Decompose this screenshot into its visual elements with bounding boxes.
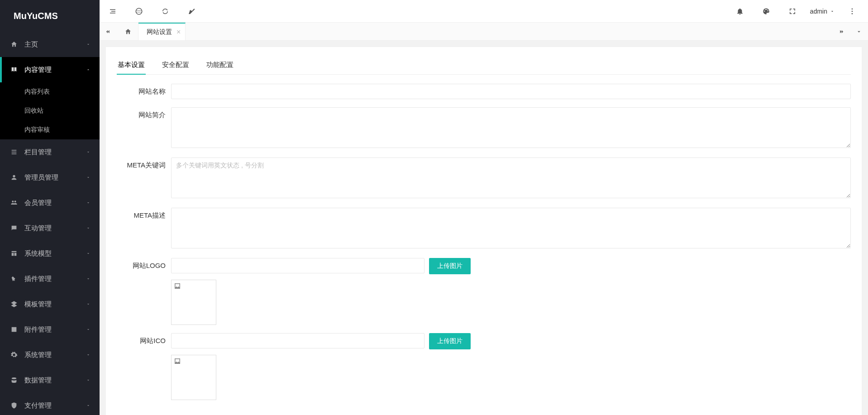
settings-card: 基本设置 安全配置 功能配置 网站名称 网站简介 META关键词 bbox=[106, 47, 862, 415]
label-meta-description: META描述 bbox=[117, 208, 171, 250]
tab-function[interactable]: 功能配置 bbox=[205, 56, 234, 74]
chevron-down-icon bbox=[86, 327, 91, 332]
sidebar-sub-recycle[interactable]: 回收站 bbox=[0, 101, 100, 120]
chevron-down-icon bbox=[86, 42, 91, 47]
label-site-desc: 网站简介 bbox=[117, 107, 171, 149]
broken-image-icon bbox=[173, 282, 181, 290]
sidebar-item-attachment[interactable]: 附件管理 bbox=[0, 317, 100, 342]
fullscreen-button[interactable] bbox=[779, 0, 806, 23]
user-label: admin bbox=[810, 8, 827, 15]
globe-icon[interactable] bbox=[126, 0, 152, 23]
chevron-up-icon bbox=[86, 67, 91, 72]
sidebar-item-admin[interactable]: 管理员管理 bbox=[0, 165, 100, 190]
tabs-prev-button[interactable] bbox=[100, 23, 118, 40]
textarea-meta-description[interactable] bbox=[171, 208, 851, 248]
plugin-icon bbox=[10, 275, 18, 282]
list-icon bbox=[10, 148, 18, 156]
theme-icon[interactable] bbox=[753, 0, 779, 23]
chevron-down-icon bbox=[86, 403, 91, 408]
sidebar-item-model[interactable]: 系统模型 bbox=[0, 241, 100, 266]
brand-logo: MuYuCMS bbox=[0, 0, 100, 32]
logo-preview bbox=[171, 280, 216, 325]
doc-tabs: 网站设置 × bbox=[100, 23, 868, 41]
sidebar-item-label: 互动管理 bbox=[24, 224, 52, 233]
settings-tabs: 基本设置 安全配置 功能配置 bbox=[117, 56, 851, 75]
sidebar-item-payment[interactable]: 支付管理 bbox=[0, 393, 100, 415]
close-icon[interactable]: × bbox=[176, 29, 181, 36]
sidebar-item-label: 管理员管理 bbox=[24, 173, 58, 182]
sidebar-item-category[interactable]: 栏目管理 bbox=[0, 139, 100, 165]
chevron-down-icon bbox=[86, 251, 91, 256]
chat-icon bbox=[10, 224, 18, 232]
sidebar-item-label: 系统模型 bbox=[24, 249, 52, 258]
sidebar-item-plugin[interactable]: 插件管理 bbox=[0, 266, 100, 291]
sidebar-item-label: 模板管理 bbox=[24, 300, 52, 309]
sidebar-item-label: 主页 bbox=[24, 40, 38, 49]
layers-icon bbox=[10, 301, 18, 308]
sidebar-sub-audit[interactable]: 内容审核 bbox=[0, 120, 100, 139]
upload-ico-button[interactable]: 上传图片 bbox=[429, 333, 471, 349]
chevron-down-icon bbox=[86, 353, 91, 357]
sidebar-item-label: 内容管理 bbox=[24, 66, 52, 74]
chevron-down-icon bbox=[86, 226, 91, 230]
main: admin 网站设置 × 基本设置 安全配置 bbox=[100, 0, 868, 415]
sidebar-item-label: 插件管理 bbox=[24, 275, 52, 283]
tab-home[interactable] bbox=[118, 23, 138, 40]
svg-point-1 bbox=[852, 10, 853, 12]
textarea-meta-keywords[interactable] bbox=[171, 157, 851, 198]
tab-basic[interactable]: 基本设置 bbox=[117, 56, 146, 75]
input-site-name[interactable] bbox=[171, 84, 851, 99]
notification-icon[interactable] bbox=[727, 0, 753, 23]
tabs-menu-button[interactable] bbox=[850, 23, 868, 40]
input-site-logo[interactable] bbox=[171, 258, 424, 273]
tab-security[interactable]: 安全配置 bbox=[161, 56, 190, 74]
side-nav: 主页 内容管理 内容列表 回收站 内容审核 栏目管理 管理员管理 bbox=[0, 32, 100, 415]
collapse-sidebar-button[interactable] bbox=[100, 0, 126, 23]
broken-image-icon bbox=[173, 357, 181, 365]
sidebar-item-system[interactable]: 系统管理 bbox=[0, 342, 100, 367]
user-menu[interactable]: admin bbox=[806, 0, 839, 23]
label-meta-keywords: META关键词 bbox=[117, 157, 171, 200]
home-icon bbox=[10, 41, 18, 48]
ico-preview bbox=[171, 355, 216, 400]
upload-logo-button[interactable]: 上传图片 bbox=[429, 258, 471, 274]
sidebar-item-interact[interactable]: 互动管理 bbox=[0, 215, 100, 241]
shield-icon bbox=[10, 402, 18, 409]
tabs-next-button[interactable] bbox=[832, 23, 850, 40]
sidebar-item-label: 栏目管理 bbox=[24, 148, 52, 157]
sidebar-item-member[interactable]: 会员管理 bbox=[0, 190, 100, 215]
doc-tab-site-settings[interactable]: 网站设置 × bbox=[138, 23, 186, 40]
label-site-logo: 网站LOGO bbox=[117, 258, 171, 325]
sidebar-item-label: 支付管理 bbox=[24, 401, 52, 410]
svg-point-0 bbox=[852, 8, 853, 10]
textarea-site-desc[interactable] bbox=[171, 107, 851, 148]
clear-cache-button[interactable] bbox=[178, 0, 205, 23]
template-icon bbox=[10, 250, 18, 257]
page-body: 基本设置 安全配置 功能配置 网站名称 网站简介 META关键词 bbox=[100, 41, 868, 415]
refresh-button[interactable] bbox=[152, 0, 178, 23]
more-menu[interactable] bbox=[839, 0, 865, 23]
sidebar-item-data[interactable]: 数据管理 bbox=[0, 367, 100, 393]
sidebar-item-home[interactable]: 主页 bbox=[0, 32, 100, 57]
chevron-down-icon bbox=[86, 378, 91, 382]
gear-icon bbox=[10, 351, 18, 358]
sidebar-item-content[interactable]: 内容管理 bbox=[0, 57, 100, 82]
database-icon bbox=[10, 377, 18, 384]
chevron-down-icon bbox=[86, 302, 91, 306]
topbar: admin bbox=[100, 0, 868, 23]
sidebar-item-label: 数据管理 bbox=[24, 376, 52, 385]
label-site-name: 网站名称 bbox=[117, 84, 171, 99]
book-icon bbox=[10, 66, 18, 73]
svg-point-2 bbox=[852, 13, 853, 14]
chevron-down-icon bbox=[830, 9, 835, 14]
sidebar: MuYuCMS 主页 内容管理 内容列表 回收站 内容审核 栏目管理 bbox=[0, 0, 100, 415]
sidebar-item-label: 系统管理 bbox=[24, 351, 52, 359]
sidebar-item-theme[interactable]: 模板管理 bbox=[0, 291, 100, 317]
sidebar-sub-content-list[interactable]: 内容列表 bbox=[0, 82, 100, 101]
chevron-down-icon bbox=[86, 150, 91, 154]
input-site-ico[interactable] bbox=[171, 333, 424, 348]
chevron-down-icon bbox=[86, 175, 91, 180]
chevron-down-icon bbox=[86, 277, 91, 281]
label-site-ico: 网站ICO bbox=[117, 333, 171, 400]
sidebar-item-label: 附件管理 bbox=[24, 325, 52, 334]
